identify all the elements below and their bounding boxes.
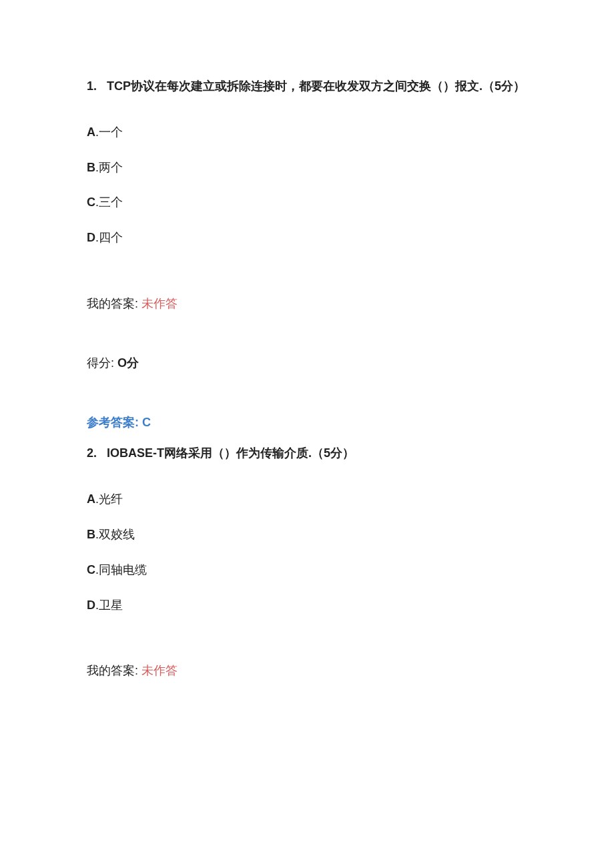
q1-choice-A: A.一个	[87, 123, 527, 142]
my-answer-label: 我的答案:	[87, 297, 138, 310]
q1-choice-B: B.两个	[87, 158, 527, 177]
q1-rest: 协议在每次建立或拆除连接时，都要在收发双方之间交换（）报文.（	[131, 79, 495, 93]
choice-letter: A	[87, 125, 95, 139]
choice-letter: D	[87, 598, 95, 612]
q1-reference-answer: 参考答案: C	[87, 413, 527, 432]
choice-letter: C	[87, 563, 95, 576]
choice-text: 四个	[99, 231, 123, 244]
q1-points: 5	[495, 79, 501, 93]
q1-choices: A.一个 B.两个 C.三个 D.四个	[87, 123, 527, 248]
my-answer-label: 我的答案:	[87, 664, 138, 677]
my-answer-value: 未作答	[141, 664, 178, 677]
q1-tail: 分）	[501, 79, 525, 93]
q1-choice-D: D.四个	[87, 228, 527, 248]
score-value: O分	[117, 356, 139, 370]
reference-value: C	[142, 416, 151, 429]
choice-text: 双姣线	[99, 528, 135, 541]
q2-number: 2.	[87, 446, 97, 460]
q2-text: 2. IOBASE-T网络采用（）作为传输介质.（5分）	[87, 444, 527, 463]
q2-prefix: IOBASE-T	[107, 446, 164, 460]
q1-choice-C: C.三个	[87, 193, 527, 212]
page: 1. TCP协议在每次建立或拆除连接时，都要在收发双方之间交换（）报文.（5分）…	[0, 0, 614, 868]
choice-text: 一个	[99, 125, 123, 139]
choice-letter: D	[87, 231, 95, 244]
my-answer-value: 未作答	[141, 297, 178, 310]
q1-prefix: TCP	[107, 79, 131, 93]
choice-text: 卫星	[99, 598, 123, 612]
q1-score: 得分: O分	[87, 354, 527, 373]
choice-letter: C	[87, 195, 95, 209]
q2-choice-D: D.卫星	[87, 596, 527, 615]
q2-choices: A.光纤 B.双姣线 C.同轴电缆 D.卫星	[87, 490, 527, 614]
q1-number: 1.	[87, 79, 97, 93]
choice-text: 三个	[99, 195, 123, 209]
choice-letter: A	[87, 492, 95, 506]
q2-choice-A: A.光纤	[87, 490, 527, 509]
choice-text: 同轴电缆	[99, 563, 147, 576]
q1-text: 1. TCP协议在每次建立或拆除连接时，都要在收发双方之间交换（）报文.（5分）	[87, 77, 527, 96]
q2-tail: 分）	[330, 446, 354, 460]
q2-rest: 网络采用（）作为传输介质.（	[164, 446, 324, 460]
q2-choice-C: C.同轴电缆	[87, 560, 527, 580]
question-2: 2. IOBASE-T网络采用（）作为传输介质.（5分） A.光纤 B.双姣线 …	[87, 444, 527, 681]
q1-my-answer: 我的答案: 未作答	[87, 294, 527, 314]
score-label: 得分:	[87, 356, 114, 370]
choice-letter: B	[87, 528, 95, 541]
choice-text: 光纤	[99, 492, 123, 506]
q2-choice-B: B.双姣线	[87, 525, 527, 544]
choice-text: 两个	[99, 161, 123, 174]
question-1: 1. TCP协议在每次建立或拆除连接时，都要在收发双方之间交换（）报文.（5分）…	[87, 77, 527, 432]
q2-my-answer: 我的答案: 未作答	[87, 661, 527, 681]
reference-label: 参考答案:	[87, 416, 139, 429]
choice-letter: B	[87, 161, 95, 174]
q2-points: 5	[324, 446, 330, 460]
